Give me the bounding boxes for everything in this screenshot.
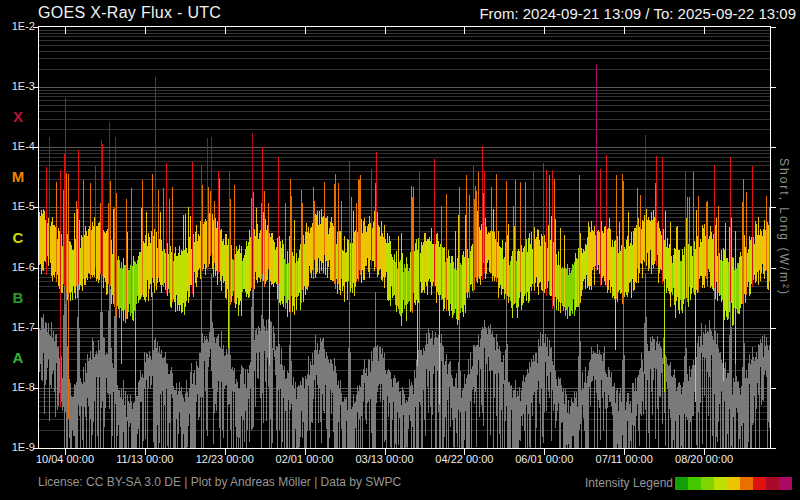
x-tick-mark: [464, 27, 465, 34]
y-tick-label: 1E-8: [0, 381, 35, 393]
intensity-legend-label: Intensity Legend: [585, 476, 673, 490]
y-tick-label: 1E-4: [0, 140, 35, 152]
y-tick-mark: [771, 268, 776, 269]
y-tick-mark: [33, 27, 38, 28]
x-tick-mark: [704, 449, 705, 455]
y-tick-mark: [771, 328, 776, 329]
y-tick-label: 1E-2: [0, 20, 35, 32]
flare-class-label: B: [5, 289, 31, 306]
flare-class-label: M: [5, 168, 31, 185]
y-tick-mark: [771, 27, 776, 28]
legend-swatch: [779, 477, 792, 490]
x-tick-mark: [385, 27, 386, 34]
y-tick-label: 1E-5: [0, 200, 35, 212]
y-tick-mark: [771, 87, 776, 88]
y-tick-label: 1E-9: [0, 441, 35, 453]
plot-area: [38, 26, 771, 449]
x-tick-mark: [624, 27, 625, 34]
x-tick-mark: [464, 449, 465, 455]
y-tick-mark: [33, 207, 38, 208]
y-tick-mark: [771, 448, 776, 449]
flare-class-label: C: [5, 229, 31, 246]
goes-xray-flux-app: GOES X-Ray Flux - UTC From: 2024-09-21 1…: [0, 0, 800, 500]
y-tick-mark: [33, 328, 38, 329]
legend-swatch: [675, 477, 688, 490]
flare-class-label: A: [5, 349, 31, 366]
legend-swatch: [740, 477, 753, 490]
y-tick-mark: [771, 388, 776, 389]
legend-swatch: [701, 477, 714, 490]
legend-swatch: [753, 477, 766, 490]
y-tick-mark: [33, 87, 38, 88]
y-tick-mark: [33, 268, 38, 269]
y-tick-mark: [771, 147, 776, 148]
y-tick-label: 1E-6: [0, 261, 35, 273]
intensity-legend-colorbar: [675, 477, 792, 490]
license-text: License: CC BY-SA 3.0 DE | Plot by Andre…: [38, 475, 401, 489]
y-axis-unit-label: Short, Long (W/m²): [777, 158, 791, 296]
x-tick-mark: [305, 449, 306, 455]
intensity-legend: Intensity Legend: [560, 475, 792, 491]
legend-swatch: [766, 477, 779, 490]
chart-title: GOES X-Ray Flux - UTC: [38, 4, 221, 22]
x-tick-mark: [544, 449, 545, 455]
x-tick-mark: [65, 449, 66, 455]
x-tick-mark: [145, 449, 146, 455]
y-tick-mark: [33, 147, 38, 148]
xray-flux-canvas: [39, 27, 770, 448]
date-range-label: From: 2024-09-21 13:09 / To: 2025-09-22 …: [479, 5, 796, 22]
x-tick-mark: [225, 27, 226, 34]
flare-class-label: X: [5, 108, 31, 125]
legend-swatch: [727, 477, 740, 490]
y-tick-mark: [33, 448, 38, 449]
x-tick-mark: [65, 27, 66, 34]
y-tick-mark: [771, 207, 776, 208]
x-tick-mark: [544, 27, 545, 34]
y-tick-label: 1E-7: [0, 321, 35, 333]
legend-swatch: [714, 477, 727, 490]
x-tick-mark: [145, 27, 146, 34]
legend-swatch: [688, 477, 701, 490]
x-tick-mark: [624, 449, 625, 455]
x-tick-mark: [305, 27, 306, 34]
x-tick-mark: [385, 449, 386, 455]
y-tick-label: 1E-3: [0, 80, 35, 92]
x-tick-mark: [704, 27, 705, 34]
y-tick-mark: [33, 388, 38, 389]
x-tick-mark: [225, 449, 226, 455]
